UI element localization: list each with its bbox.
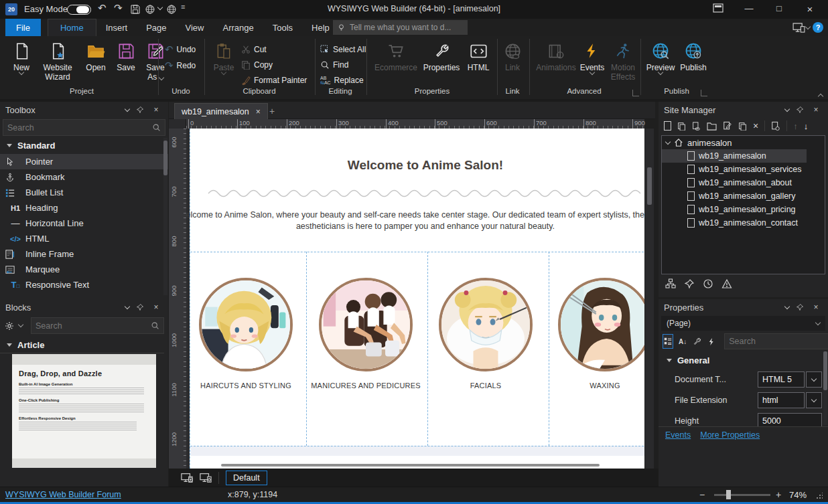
service-label-haircuts[interactable]: HAIRCUTS AND STYLING	[189, 381, 303, 391]
categorized-view-icon[interactable]	[663, 334, 673, 349]
tree-expand-icon[interactable]	[665, 139, 671, 144]
intro-text-line1[interactable]: Welcome to Anime Salon, where your beaut…	[186, 210, 644, 220]
site-manager-pin-icon[interactable]	[796, 106, 809, 114]
service-label-waxing[interactable]: WAXING	[548, 381, 644, 391]
properties-search[interactable]	[724, 333, 828, 349]
toolbox-item-html[interactable]: </>HTML	[0, 231, 168, 246]
pinned-view-icon[interactable]	[684, 278, 695, 289]
publish-button[interactable]: Publish	[678, 39, 709, 72]
easy-mode-toggle[interactable]	[67, 5, 91, 15]
toolbox-item-bullet-list[interactable]: Bullet List	[0, 185, 168, 200]
properties-scrollbar[interactable]	[823, 351, 827, 425]
blocks-search[interactable]	[31, 317, 164, 334]
new-folder-icon[interactable]	[707, 122, 717, 131]
menu-tools[interactable]: Tools	[263, 19, 302, 36]
events-button[interactable]: Events	[577, 39, 607, 74]
service-label-manicures[interactable]: MANICURES AND PEDICURES	[309, 381, 423, 391]
toolbox-pin-icon[interactable]	[136, 106, 149, 114]
responsive-view-chevron-icon[interactable]	[805, 24, 811, 29]
menu-arrange[interactable]: Arrange	[213, 19, 263, 36]
properties-menu-icon[interactable]	[784, 303, 790, 309]
intro-text-line2[interactable]: aestheticians is here to pamper you and …	[190, 222, 644, 231]
history-view-icon[interactable]	[703, 278, 713, 289]
service-image-haircuts[interactable]	[199, 278, 293, 371]
new-tab-button[interactable]: +	[269, 106, 275, 116]
vertical-scrollbar[interactable]	[645, 129, 654, 469]
edit-page-icon[interactable]	[723, 121, 732, 131]
block-thumbnail-article[interactable]: Drag, Drop, and Dazzle Built-in AI Image…	[12, 354, 156, 468]
toolbox-item-heading[interactable]: H1Heading	[0, 200, 168, 216]
tellme-search[interactable]: Tell me what you want to d...	[333, 20, 468, 35]
move-down-icon[interactable]: ↓	[804, 121, 809, 131]
service-label-facials[interactable]: FACIALS	[429, 381, 543, 391]
quick-undo-icon[interactable]: ↶	[98, 2, 107, 14]
menu-view[interactable]: View	[176, 19, 214, 36]
advanced-dialog-launcher-icon[interactable]	[632, 90, 639, 96]
file-ext-dropdown[interactable]	[806, 392, 822, 408]
menu-file[interactable]: File	[5, 19, 41, 36]
properties-search-input[interactable]	[729, 337, 828, 346]
site-tree-page[interactable]: wb19_animesalon_pricing	[662, 203, 825, 216]
toolbox-search-input[interactable]	[7, 123, 152, 133]
zoom-in-button[interactable]: +	[776, 489, 781, 500]
events-view-icon[interactable]	[707, 337, 716, 346]
service-image-waxing[interactable]	[558, 278, 644, 371]
quick-save-icon[interactable]	[130, 4, 141, 15]
tab-close-icon[interactable]: ×	[256, 107, 261, 116]
blocks-close-icon[interactable]: ×	[149, 303, 163, 312]
zoom-slider-track[interactable]	[714, 494, 770, 496]
duplicate-page-icon[interactable]	[738, 121, 747, 131]
toolbox-item-marquee[interactable]: Marquee	[0, 262, 168, 277]
quick-access-more-icon[interactable]: ≡	[181, 3, 185, 11]
website-wizard-button[interactable]: Website Wizard	[37, 39, 78, 82]
new-page-icon[interactable]	[664, 121, 671, 131]
wavy-divider[interactable]	[207, 186, 642, 199]
issues-view-icon[interactable]	[721, 278, 732, 289]
site-tree-page[interactable]: wb19_animesalon_gallery	[662, 189, 825, 203]
collapse-ribbon-icon[interactable]	[818, 94, 823, 99]
toolbox-menu-icon[interactable]	[125, 106, 130, 111]
preview-button[interactable]: Preview	[644, 39, 677, 74]
design-page[interactable]: Welcome to Anime Salon! Welcome to Anime…	[190, 129, 644, 469]
properties-close-icon[interactable]: ×	[809, 303, 823, 312]
menu-page[interactable]: Page	[137, 19, 176, 36]
close-button[interactable]: ×	[803, 3, 817, 15]
page-heading[interactable]: Welcome to Anime Salon!	[190, 158, 644, 173]
save-button[interactable]: Save	[113, 39, 139, 72]
horizontal-scrollbar[interactable]	[221, 464, 600, 467]
document-tab[interactable]: wb19_animesalon ×	[174, 103, 268, 119]
delete-page-icon[interactable]: ×	[753, 120, 758, 131]
zoom-out-button[interactable]: −	[699, 489, 705, 500]
maximize-button[interactable]: □	[772, 3, 786, 13]
replace-button[interactable]: AB⇆ACReplace	[320, 74, 364, 87]
file-ext-field[interactable]	[758, 392, 805, 408]
toolbox-item-horizontal-line[interactable]: —Horizontal Line	[0, 216, 168, 231]
blocks-menu-icon[interactable]	[125, 303, 130, 309]
site-tree-page[interactable]: wb19_animesalon_about	[662, 176, 825, 189]
zoom-slider-thumb[interactable]	[726, 490, 731, 499]
properties-pin-icon[interactable]	[796, 303, 809, 311]
blocks-settings-chevron-icon[interactable]	[18, 322, 23, 327]
site-tree-page[interactable]: wb19_animesalon_services	[662, 163, 825, 176]
page-properties-icon[interactable]	[771, 121, 780, 131]
tools-view-icon[interactable]	[692, 337, 702, 347]
add-breakpoint-icon[interactable]	[181, 473, 193, 483]
toolbox-section-standard[interactable]: Standard	[0, 137, 168, 153]
blocks-search-input[interactable]	[36, 321, 151, 331]
help-icon[interactable]: ?	[813, 22, 823, 33]
target-selector[interactable]: (Page)	[661, 316, 825, 331]
open-button[interactable]: Open	[80, 39, 111, 72]
minimize-button[interactable]: —	[742, 3, 756, 13]
clone-page-icon[interactable]	[677, 121, 686, 131]
page-link-icon[interactable]	[692, 121, 701, 131]
canvas-viewport[interactable]: Welcome to Anime Salon! Welcome to Anime…	[186, 129, 644, 469]
site-tree-page-selected[interactable]: wb19_animesalon	[662, 149, 807, 163]
html-button[interactable]: HTML	[464, 39, 493, 72]
site-tree-page[interactable]: wb19_animesalon_contact	[662, 216, 825, 230]
doc-type-field[interactable]	[758, 371, 805, 388]
site-tree-root[interactable]: animesalon	[662, 136, 825, 149]
toolbox-item-inline-frame[interactable]: Inline Frame	[0, 246, 168, 262]
publish-dialog-launcher-icon[interactable]	[701, 90, 707, 96]
site-manager-close-icon[interactable]: ×	[809, 105, 823, 114]
service-image-manicures[interactable]	[319, 278, 413, 371]
